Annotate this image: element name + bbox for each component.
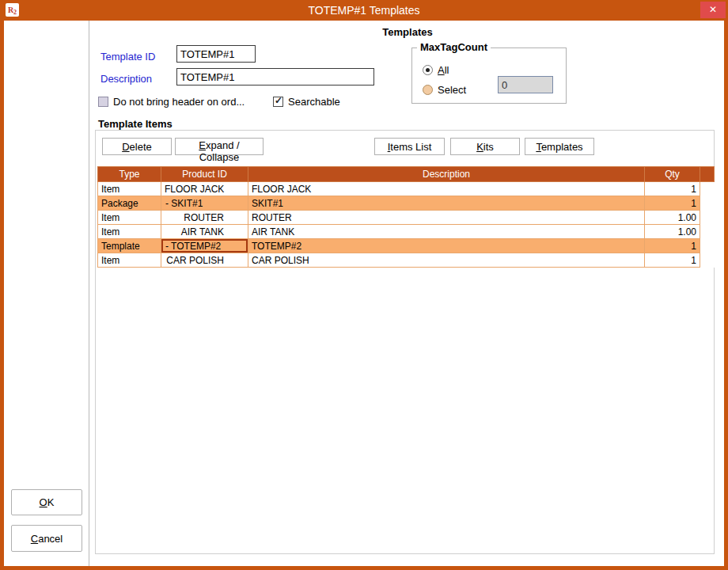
cell-type[interactable]: Package — [98, 196, 161, 211]
cell-description[interactable]: TOTEMP#2 — [248, 239, 645, 253]
searchable-row: Searchable — [273, 96, 340, 108]
searchable-checkbox[interactable] — [273, 97, 283, 107]
cell-filler — [700, 196, 715, 211]
select-radio-label: Select — [438, 84, 466, 96]
main-area: Templates Template ID Description Do not… — [4, 21, 724, 566]
close-icon: ✕ — [709, 4, 717, 15]
select-radio[interactable] — [423, 85, 433, 95]
items-table-body: ItemFLOOR JACKFLOOR JACK1Package- SKIT#1… — [98, 182, 715, 268]
close-button[interactable]: ✕ — [700, 2, 726, 18]
cell-product-id[interactable]: - TOTEMP#2 — [161, 239, 248, 253]
expand-collapse-button[interactable]: Expand / Collapse — [175, 138, 264, 155]
col-header-filler — [700, 167, 715, 182]
all-radio[interactable] — [423, 65, 433, 75]
dialog-window: R2 TOTEMP#1 Templates ✕ OK Cancel Templa… — [0, 0, 728, 570]
dialog-body: OK Cancel Templates Template ID Descript… — [4, 21, 724, 566]
do-not-bring-header-checkbox[interactable] — [98, 97, 108, 107]
cell-qty[interactable]: 1 — [645, 196, 700, 211]
cell-type[interactable]: Item — [98, 211, 161, 225]
searchable-label: Searchable — [288, 96, 340, 108]
cell-qty[interactable]: 1 — [645, 182, 700, 196]
delete-button[interactable]: Delete — [102, 138, 172, 155]
kits-button[interactable]: Kits — [450, 138, 520, 155]
cell-product-id[interactable]: FLOOR JACK — [161, 182, 248, 196]
col-header-qty[interactable]: Qty — [645, 167, 700, 182]
table-row[interactable]: Template- TOTEMP#2TOTEMP#21 — [98, 239, 715, 253]
col-header-description[interactable]: Description — [248, 167, 645, 182]
template-items-group: Delete Expand / Collapse Items List Kits… — [95, 130, 715, 554]
cell-filler — [700, 211, 715, 225]
maxtagcount-label: MaxTagCount — [417, 41, 491, 53]
table-row[interactable]: Package- SKIT#1SKIT#11 — [98, 196, 715, 211]
table-row[interactable]: ItemAIR TANKAIR TANK1.00 — [98, 225, 715, 239]
cell-description[interactable]: AIR TANK — [248, 225, 645, 239]
cell-filler — [700, 253, 715, 268]
template-id-input[interactable] — [176, 45, 256, 63]
cell-product-id[interactable]: AIR TANK — [161, 225, 248, 239]
description-label: Description — [100, 73, 152, 85]
templates-group-label: Templates — [344, 26, 471, 38]
template-id-label: Template ID — [100, 51, 155, 63]
cell-qty[interactable]: 1 — [645, 253, 700, 268]
cell-description[interactable]: CAR POLISH — [248, 253, 645, 268]
table-row[interactable]: ItemFLOOR JACKFLOOR JACK1 — [98, 182, 715, 196]
templates-button[interactable]: Templates — [525, 138, 594, 155]
cell-type[interactable]: Item — [98, 182, 161, 196]
cell-description[interactable]: SKIT#1 — [248, 196, 645, 211]
cell-description[interactable]: FLOOR JACK — [248, 182, 645, 196]
cell-description[interactable]: ROUTER — [248, 211, 645, 225]
table-header-row: Type Product ID Description Qty — [98, 167, 715, 182]
maxtagcount-value-input[interactable] — [498, 76, 553, 93]
cell-type[interactable]: Item — [98, 225, 161, 239]
items-list-button[interactable]: Items List — [374, 138, 445, 155]
items-table: Type Product ID Description Qty ItemFLOO… — [97, 166, 715, 268]
all-radio-label: All — [438, 64, 449, 76]
cell-filler — [700, 225, 715, 239]
description-input[interactable] — [176, 68, 374, 86]
all-option-row: All — [423, 64, 449, 76]
select-option-row: Select — [423, 84, 466, 96]
cell-qty[interactable]: 1.00 — [645, 211, 700, 225]
cell-product-id[interactable]: ROUTER — [161, 211, 248, 225]
cell-qty[interactable]: 1.00 — [645, 225, 700, 239]
table-row[interactable]: ItemROUTERROUTER1.00 — [98, 211, 715, 225]
cell-product-id[interactable]: CAR POLISH — [161, 253, 248, 268]
do-not-bring-header-row: Do not bring header on ord... — [98, 96, 245, 108]
cell-filler — [700, 182, 715, 196]
col-header-product-id[interactable]: Product ID — [161, 167, 248, 182]
maxtagcount-group: MaxTagCount All Select — [411, 48, 567, 104]
cell-qty[interactable]: 1 — [645, 239, 700, 253]
template-items-label: Template Items — [98, 118, 173, 130]
cell-type[interactable]: Template — [98, 239, 161, 253]
cell-type[interactable]: Item — [98, 253, 161, 268]
titlebar[interactable]: R2 TOTEMP#1 Templates ✕ — [0, 0, 728, 21]
cell-filler — [700, 239, 715, 253]
window-title: TOTEMP#1 Templates — [0, 4, 728, 17]
do-not-bring-header-label: Do not bring header on ord... — [113, 96, 245, 108]
cell-product-id[interactable]: - SKIT#1 — [161, 196, 248, 211]
table-row[interactable]: ItemCAR POLISHCAR POLISH1 — [98, 253, 715, 268]
col-header-type[interactable]: Type — [98, 167, 161, 182]
